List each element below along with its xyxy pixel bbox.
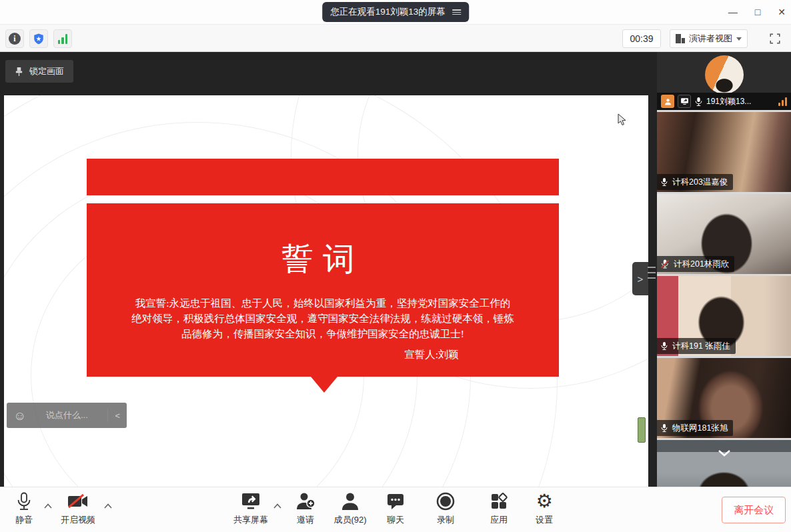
mic-on-icon	[660, 423, 668, 433]
start-video-label: 开启视频	[61, 514, 95, 526]
participant-nameplate: 191刘颖13...	[657, 93, 791, 110]
participant-name: 物联网181张旭	[672, 423, 728, 434]
apps-icon	[490, 491, 508, 511]
shield-icon	[33, 33, 45, 45]
presenter-badge-icon	[661, 95, 674, 108]
invite-label: 邀请	[297, 514, 314, 526]
record-icon	[436, 491, 455, 511]
participant-tile[interactable]: 计科201林雨欣	[657, 194, 791, 274]
chat-collapse-icon[interactable]: <	[115, 411, 120, 421]
participant-tile-partial[interactable]	[657, 440, 791, 487]
participant-nameplate: 计科203温嘉俊	[657, 174, 733, 190]
window-titlebar: 您正在观看191刘颖13的屏幕 — □ ✕	[0, 0, 791, 24]
oath-card: 誓词 我宣誓:永远忠于祖国、忠于人民，始终以国家利益为重，坚持党对国家安全工作的…	[87, 203, 559, 377]
quick-chat-bar[interactable]: ☺ 说点什么... <	[7, 403, 127, 428]
speaker-view-icon	[676, 34, 685, 43]
view-mode-label: 演讲者视图	[689, 33, 732, 45]
participant-tile-presenter[interactable]: 191刘颖13...	[657, 52, 791, 110]
pin-icon	[15, 67, 23, 77]
security-button[interactable]	[29, 29, 48, 48]
invite-icon	[295, 491, 315, 511]
invite-button[interactable]: 邀请	[284, 491, 327, 526]
avatar	[705, 55, 744, 94]
participant-tile[interactable]: 计科203温嘉俊	[657, 112, 791, 192]
start-video-button[interactable]: 开启视频	[57, 491, 99, 526]
oath-signer: 宣誓人:刘颖	[87, 348, 559, 362]
participant-name: 191刘颖13...	[706, 96, 775, 107]
chat-input[interactable]: 说点什么...	[33, 409, 101, 421]
lock-view-button[interactable]: 锁定画面	[5, 60, 73, 83]
participant-nameplate: 计科201林雨欣	[657, 256, 734, 272]
oath-line: 绝对领导，积极践行总体国家安全观，遵守国家安全法律法规，练就过硬本领，锤炼	[96, 311, 550, 326]
participant-nameplate: 物联网181张旭	[657, 420, 733, 436]
share-screen-button[interactable]: 共享屏幕	[229, 491, 272, 526]
participant-tile[interactable]: 计科191 张雨佳	[657, 276, 791, 356]
camera-off-icon	[67, 491, 89, 511]
mic-on-icon	[660, 177, 668, 187]
mic-on-icon	[660, 341, 668, 351]
settings-label: 设置	[536, 514, 553, 526]
close-button[interactable]: ✕	[778, 7, 786, 17]
record-button[interactable]: 录制	[424, 491, 467, 526]
settings-button[interactable]: ⚙ 设置	[523, 491, 566, 526]
scrollbar-grip[interactable]	[648, 267, 656, 291]
avatar-wrap	[657, 52, 791, 93]
mic-options-chevron[interactable]	[44, 503, 52, 509]
lock-view-label: 锁定画面	[29, 65, 64, 77]
maximize-button[interactable]: □	[755, 7, 760, 17]
meeting-topbar: i 00:39 演讲者视图	[0, 24, 791, 52]
chat-icon	[386, 491, 405, 511]
chat-label: 聊天	[387, 514, 404, 526]
scroll-down-icon[interactable]	[718, 449, 731, 457]
participant-nameplate: 计科191 张雨佳	[657, 338, 736, 354]
oath-line: 品德修为，传播国家安全知识，争做维护国家安全的忠诚卫士!	[96, 326, 550, 341]
meeting-info-button[interactable]: i	[5, 29, 24, 48]
members-icon	[341, 491, 359, 511]
shared-screen-stage: 锁定画面 誓词 我宣誓:永远忠于祖国、忠于人民，始终以国家利益为重，坚持党对国家…	[0, 52, 657, 487]
minimize-button[interactable]: —	[728, 7, 738, 17]
view-mode-select[interactable]: 演讲者视图	[670, 29, 748, 48]
sidebar-collapse-handle[interactable]: >	[632, 262, 648, 295]
record-label: 录制	[437, 514, 454, 526]
gear-icon: ⚙	[536, 491, 552, 511]
meeting-dock: 静音 开启视频 共享屏幕 邀请 成员(92)	[0, 487, 791, 532]
slide-red-banner	[87, 159, 559, 195]
members-button[interactable]: 成员(92)	[329, 491, 371, 526]
screen-share-badge-icon	[678, 95, 691, 108]
participant-name: 计科201林雨欣	[674, 259, 729, 270]
mic-muted-icon	[660, 259, 670, 269]
chat-button[interactable]: 聊天	[374, 491, 417, 526]
meeting-timer: 00:39	[622, 29, 661, 48]
participant-tile[interactable]: 物联网181张旭	[657, 358, 791, 438]
mic-icon	[16, 491, 32, 511]
members-label: 成员(92)	[333, 514, 366, 526]
divider	[107, 409, 108, 422]
network-button[interactable]	[53, 29, 72, 48]
watching-banner[interactable]: 您正在观看191刘颖13的屏幕	[322, 2, 469, 22]
apps-button[interactable]: 应用	[478, 491, 520, 526]
banner-menu-icon[interactable]	[452, 9, 461, 15]
share-options-chevron[interactable]	[273, 503, 281, 509]
oath-body: 我宣誓:永远忠于祖国、忠于人民，始终以国家利益为重，坚持党对国家安全工作的 绝对…	[87, 295, 559, 341]
leave-meeting-button[interactable]: 离开会议	[722, 497, 786, 523]
fullscreen-button[interactable]	[767, 31, 783, 47]
info-icon: i	[9, 33, 21, 45]
share-screen-label: 共享屏幕	[233, 514, 268, 526]
signal-icon	[58, 34, 68, 44]
video-options-chevron[interactable]	[104, 503, 112, 509]
mic-on-icon	[694, 97, 703, 107]
mute-button[interactable]: 静音	[3, 491, 45, 526]
meeting-window: 您正在观看191刘颖13的屏幕 — □ ✕ i 00:39 演讲者视图	[0, 0, 791, 532]
participant-signal-icon	[778, 97, 787, 106]
participant-name: 计科191 张雨佳	[672, 341, 730, 352]
mute-label: 静音	[15, 514, 33, 526]
fullscreen-icon	[769, 33, 781, 45]
participant-name: 计科203温嘉俊	[672, 177, 728, 188]
green-indicator	[638, 417, 646, 443]
participant-video	[657, 440, 791, 487]
apps-label: 应用	[490, 514, 508, 526]
participants-sidebar: 191刘颖13... 计科203温嘉俊 计科201林雨欣 计科191 张雨佳	[657, 52, 791, 487]
share-screen-icon	[240, 491, 261, 511]
oath-card-pointer	[311, 377, 337, 393]
emoji-icon[interactable]: ☺	[13, 409, 26, 422]
